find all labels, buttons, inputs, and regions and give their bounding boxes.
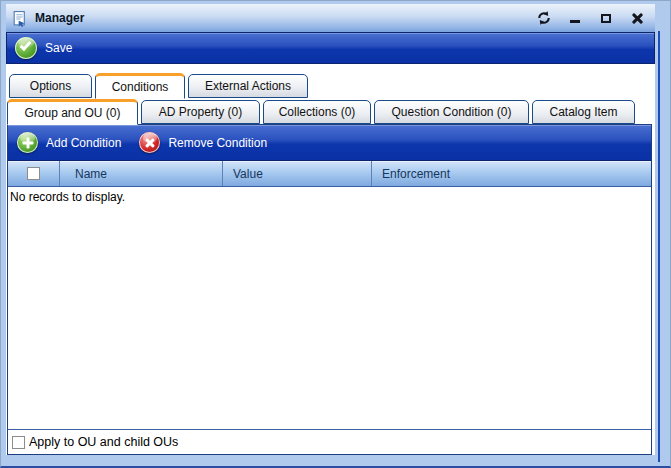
- grid-header-name-label: Name: [75, 167, 107, 181]
- grid-header-name[interactable]: Name: [60, 161, 223, 186]
- form-icon: [11, 10, 28, 27]
- subtab-group-and-ou[interactable]: Group and OU (0): [7, 99, 138, 125]
- add-condition-button[interactable]: Add Condition: [17, 132, 121, 153]
- subtab-collections[interactable]: Collections (0): [263, 100, 371, 124]
- apply-to-ou-checkbox[interactable]: [12, 436, 25, 449]
- subtab-catalog-item[interactable]: Catalog Item: [532, 100, 635, 124]
- grid-header-value-label: Value: [233, 167, 263, 181]
- save-button[interactable]: Save: [15, 37, 72, 59]
- main-tabstrip: Options Conditions External Actions: [6, 72, 655, 98]
- subtab-group-and-ou-label: Group and OU (0): [24, 106, 120, 120]
- check-circle-icon: [15, 37, 37, 59]
- conditions-toolbar: Add Condition Remove Condition: [8, 125, 651, 161]
- subtab-collections-label: Collections (0): [279, 105, 356, 119]
- tab-options-label: Options: [30, 79, 71, 93]
- tab-conditions[interactable]: Conditions: [95, 73, 185, 99]
- grid-header: Name Value Enforcement: [8, 161, 651, 187]
- remove-condition-label: Remove Condition: [168, 136, 267, 150]
- grid-body: No records to display.: [8, 187, 651, 429]
- select-all-checkbox[interactable]: [27, 167, 40, 180]
- grid-header-select-all-cell[interactable]: [8, 161, 60, 186]
- conditions-sub-tabstrip: Group and OU (0) AD Property (0) Collect…: [6, 98, 655, 124]
- remove-condition-button[interactable]: Remove Condition: [139, 132, 267, 153]
- apply-to-ou-label: Apply to OU and child OUs: [29, 435, 178, 449]
- subtab-question-condition[interactable]: Question Condition (0): [374, 100, 529, 124]
- titlebar[interactable]: Manager: [6, 4, 655, 32]
- subtab-ad-property-label: AD Property (0): [159, 105, 242, 119]
- grid-header-enforcement-label: Enforcement: [382, 167, 450, 181]
- panel-footer: Apply to OU and child OUs: [8, 429, 651, 454]
- x-circle-icon: [139, 132, 160, 153]
- save-toolbar: Save: [6, 32, 655, 64]
- window-title: Manager: [35, 11, 84, 25]
- subtab-ad-property[interactable]: AD Property (0): [141, 100, 260, 124]
- grid-header-enforcement[interactable]: Enforcement: [372, 161, 651, 186]
- window-controls: [533, 9, 647, 27]
- grid-header-value[interactable]: Value: [223, 161, 372, 186]
- minimize-icon[interactable]: [564, 9, 585, 27]
- grid-empty-message: No records to display.: [10, 190, 125, 204]
- close-icon[interactable]: [626, 9, 647, 27]
- subtab-question-condition-label: Question Condition (0): [391, 105, 511, 119]
- manager-window: Manager Save: [0, 0, 671, 468]
- refresh-icon[interactable]: [533, 9, 554, 27]
- window-body: Save Options Conditions External Actions…: [6, 32, 655, 455]
- group-and-ou-panel: Add Condition Remove Condition Name Valu…: [7, 124, 652, 455]
- tab-conditions-label: Conditions: [112, 80, 169, 94]
- add-condition-label: Add Condition: [46, 136, 121, 150]
- plus-circle-icon: [17, 132, 38, 153]
- maximize-icon[interactable]: [595, 9, 616, 27]
- subtab-catalog-item-label: Catalog Item: [549, 105, 617, 119]
- save-button-label: Save: [45, 41, 72, 55]
- tab-options[interactable]: Options: [9, 74, 92, 98]
- tab-external-actions[interactable]: External Actions: [188, 74, 308, 98]
- tab-external-actions-label: External Actions: [205, 79, 291, 93]
